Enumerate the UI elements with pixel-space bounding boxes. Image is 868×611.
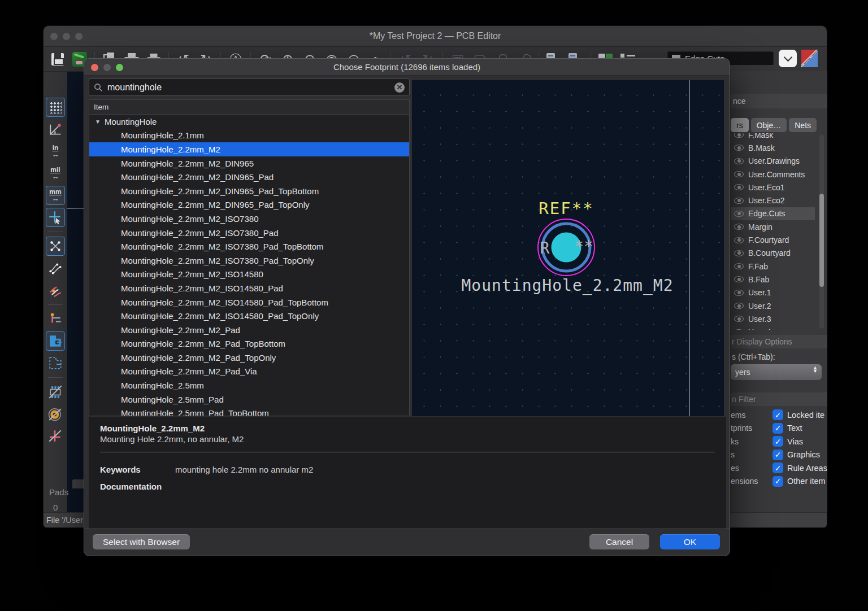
footprint-list-item[interactable]: MountingHole_2.2mm_M2_ISO7380_Pad xyxy=(89,226,409,240)
search-input[interactable] xyxy=(106,82,391,93)
visibility-eye-icon[interactable] xyxy=(734,211,744,217)
visibility-eye-icon[interactable] xyxy=(734,263,744,269)
footprint-list-item[interactable]: MountingHole_2.2mm_M2_DIN965_Pad xyxy=(89,170,409,184)
footprint-list-item[interactable]: MountingHole_2.2mm_M2_ISO7380 xyxy=(89,212,409,226)
cancel-button[interactable]: Cancel xyxy=(589,534,649,549)
footprint-list-item[interactable]: MountingHole_2.2mm_M2_ISO14580_Pad xyxy=(89,281,409,295)
clear-search-icon[interactable]: ✕ xyxy=(394,82,405,93)
layer-row[interactable]: F.Fab xyxy=(731,260,815,273)
footprint-list-item[interactable]: MountingHole_2.2mm_M2_ISO14580 xyxy=(89,268,409,282)
grid-settings-icon[interactable] xyxy=(46,98,65,117)
ratsnest-hide-icon[interactable] xyxy=(46,237,65,256)
footprint-list-item[interactable]: MountingHole_2.2mm_M2_ISO14580_Pad_TopBo… xyxy=(89,295,409,309)
filter-checkbox[interactable]: ✓ xyxy=(772,436,783,447)
window-titlebar[interactable]: *My Test Project 2 — PCB Editor xyxy=(44,26,827,47)
layer-row[interactable]: B.Courtyard xyxy=(731,247,815,260)
visibility-eye-icon[interactable] xyxy=(734,133,744,138)
layer-row[interactable]: F.Mask xyxy=(731,133,815,141)
footprint-list-item[interactable]: MountingHole_2.2mm_M2 xyxy=(89,142,409,156)
footprint-list-item[interactable]: MountingHole_2.5mm xyxy=(89,378,409,392)
visibility-eye-icon[interactable] xyxy=(734,145,744,151)
layer-row[interactable]: User.Eco2 xyxy=(731,194,815,207)
layer-row[interactable]: B.Fab xyxy=(731,273,815,286)
layer-row[interactable]: User.Eco1 xyxy=(731,181,815,194)
pad-outline-display-icon[interactable] xyxy=(46,404,65,424)
appearance-tab[interactable]: Obje… xyxy=(751,118,787,132)
footprint-list-item[interactable]: MountingHole_2.5mm_Pad_TopBottom xyxy=(89,406,409,416)
layer-row[interactable]: B.Mask xyxy=(731,141,815,154)
crosshair-cursor-icon[interactable] xyxy=(46,208,65,227)
visibility-eye-icon[interactable] xyxy=(734,290,744,296)
footprint-outline-display-icon[interactable] xyxy=(46,382,65,401)
footprint-list-item[interactable]: MountingHole_2.2mm_M2_DIN965_Pad_TopBott… xyxy=(89,184,409,198)
polar-coords-icon[interactable]: θ xyxy=(46,120,65,139)
visibility-eye-icon[interactable] xyxy=(734,158,744,164)
pcb-canvas[interactable] xyxy=(67,72,84,512)
visibility-eye-icon[interactable] xyxy=(734,184,744,190)
save-icon[interactable] xyxy=(49,51,66,68)
track-outline-display-icon[interactable] xyxy=(46,426,65,446)
zone-fill-display-icon[interactable] xyxy=(46,331,65,351)
units-mils-icon[interactable]: mil↔ xyxy=(46,164,65,183)
layer-row[interactable]: User.1 xyxy=(731,286,815,299)
footprint-list-item[interactable]: MountingHole_2.2mm_M2_Pad xyxy=(89,323,409,337)
layer-row[interactable]: User.3 xyxy=(731,312,815,325)
footprint-list-item[interactable]: MountingHole_2.1mm xyxy=(89,129,409,143)
filter-checkbox[interactable]: ✓ xyxy=(772,423,783,434)
layer-row[interactable]: User.4 xyxy=(731,325,815,330)
layer-dropdown-button[interactable] xyxy=(779,50,797,67)
visibility-eye-icon[interactable] xyxy=(734,276,744,282)
visibility-eye-icon[interactable] xyxy=(734,198,744,204)
footprint-list-item[interactable]: MountingHole_2.2mm_M2_DIN965 xyxy=(89,156,409,171)
visibility-eye-icon[interactable] xyxy=(734,316,744,322)
visibility-eye-icon[interactable] xyxy=(734,237,744,243)
filter-checkbox[interactable]: ✓ xyxy=(772,462,783,473)
footprint-list-item[interactable]: MountingHole_2.2mm_M2_ISO7380_Pad_TopOnl… xyxy=(89,254,409,268)
filter-checkbox[interactable]: ✓ xyxy=(772,449,783,460)
footprint-preview-canvas[interactable]: REF** R ** MountingHole_2.2mm_M2 xyxy=(412,80,724,416)
visibility-eye-icon[interactable] xyxy=(734,250,744,256)
units-inches-icon[interactable]: in↔ xyxy=(46,142,65,161)
toolbar-separator xyxy=(48,377,63,378)
layer-display-options-header[interactable]: r Display Options xyxy=(731,335,827,348)
select-with-browser-button[interactable]: Select with Browser xyxy=(93,534,190,549)
footprint-list-item[interactable]: MountingHole_2.2mm_M2_Pad_TopBottom xyxy=(89,337,409,351)
footprint-list-item[interactable]: MountingHole_2.2mm_M2_ISO7380_Pad_TopBot… xyxy=(89,239,409,254)
collapse-triangle-icon[interactable]: ▼ xyxy=(95,119,101,125)
layer-row[interactable]: Edge.Cuts xyxy=(731,207,815,220)
svg-text:θ: θ xyxy=(54,130,56,135)
filter-checkbox[interactable]: ✓ xyxy=(772,476,783,487)
layer-row[interactable]: Margin xyxy=(731,220,815,233)
visibility-eye-icon[interactable] xyxy=(734,171,744,177)
selection-filter-header[interactable]: n Filter xyxy=(731,392,827,406)
copper-layer-pair-icon[interactable] xyxy=(801,50,818,67)
footprint-list-item[interactable]: MountingHole_2.2mm_M2_ISO14580_Pad_TopOn… xyxy=(89,309,409,323)
footprint-list-item[interactable]: MountingHole_2.2mm_M2_Pad_Via xyxy=(89,365,409,379)
filter-checkbox[interactable]: ✓ xyxy=(772,409,783,420)
footprint-list-item[interactable]: MountingHole_2.2mm_M2_DIN965_Pad_TopOnly xyxy=(89,198,409,212)
footprint-search-box[interactable]: ✕ xyxy=(89,78,410,96)
ratsnest-curved-icon[interactable] xyxy=(46,259,65,278)
layer-row[interactable]: User.Comments xyxy=(731,168,815,181)
visibility-eye-icon[interactable] xyxy=(734,303,744,309)
units-mm-icon[interactable]: mm↔ xyxy=(46,186,65,205)
visibility-eye-icon[interactable] xyxy=(734,329,744,330)
layer-row[interactable]: F.Courtyard xyxy=(731,233,815,246)
list-column-header[interactable]: Item xyxy=(89,100,409,115)
visibility-eye-icon[interactable] xyxy=(734,224,744,230)
appearance-tab[interactable]: rs xyxy=(731,118,749,132)
layers-scrollbar-thumb[interactable] xyxy=(819,194,824,287)
pad-display-icon[interactable] xyxy=(46,309,65,329)
net-color-mode-icon[interactable] xyxy=(46,281,65,300)
layer-row[interactable]: User.Drawings xyxy=(731,155,815,168)
appearance-tab[interactable]: Nets xyxy=(789,118,817,132)
zone-outline-display-icon[interactable] xyxy=(46,353,65,373)
presets-select[interactable]: yers ▲▼ xyxy=(731,364,822,380)
layer-row[interactable]: User.2 xyxy=(731,299,815,312)
footprint-group-row[interactable]: ▼MountingHole xyxy=(89,115,409,129)
ok-button[interactable]: OK xyxy=(660,534,720,549)
layers-scrollbar[interactable] xyxy=(819,134,824,329)
dialog-titlebar[interactable]: Choose Footprint (12696 items loaded) xyxy=(84,59,730,76)
footprint-list-item[interactable]: MountingHole_2.5mm_Pad xyxy=(89,392,409,407)
footprint-list-item[interactable]: MountingHole_2.2mm_M2_Pad_TopOnly xyxy=(89,351,409,365)
